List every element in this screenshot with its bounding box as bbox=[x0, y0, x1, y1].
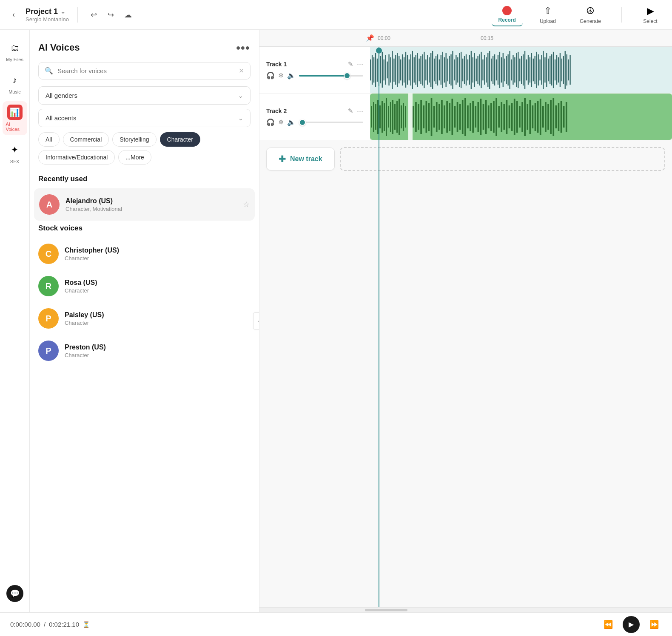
voice-info-paisley: Paisley (US) Character bbox=[65, 311, 251, 326]
sidebar-item-sfx[interactable]: ✦ SFX bbox=[3, 139, 27, 168]
voice-item-alejandro[interactable]: A Alejandro (US) Character, Motivational… bbox=[34, 188, 255, 221]
favorite-alejandro-button[interactable]: ☆ bbox=[243, 200, 250, 209]
tag-character[interactable]: Character bbox=[160, 132, 200, 147]
svg-rect-85 bbox=[513, 55, 513, 85]
new-track-button[interactable]: ✚ New track bbox=[266, 148, 335, 170]
select-button[interactable]: ▶ Select bbox=[635, 3, 665, 27]
svg-rect-170 bbox=[498, 106, 500, 128]
svg-rect-97 bbox=[533, 59, 534, 82]
svg-rect-56 bbox=[464, 56, 465, 84]
tag-all[interactable]: All bbox=[38, 132, 60, 147]
upload-icon: ⇧ bbox=[544, 6, 552, 17]
svg-rect-177 bbox=[516, 101, 518, 133]
voice-item-rosa[interactable]: R Rosa (US) Character bbox=[30, 270, 259, 302]
track-2-waveform[interactable] bbox=[370, 94, 672, 140]
track-2-volume-slider[interactable] bbox=[299, 122, 363, 123]
playhead[interactable] bbox=[379, 47, 379, 607]
track-2-snowflake-icon[interactable]: ❄ bbox=[278, 118, 284, 126]
svg-rect-11 bbox=[388, 54, 389, 85]
track-2-volume-icon[interactable]: 🔈 bbox=[287, 118, 296, 126]
svg-rect-87 bbox=[516, 53, 517, 87]
svg-rect-148 bbox=[441, 100, 443, 134]
redo-button[interactable]: ↪ bbox=[103, 7, 119, 23]
sidebar-item-ai-voices[interactable]: 📊 AI Voices bbox=[3, 101, 27, 135]
tags-section: All Commercial Storytelling Character In… bbox=[30, 132, 259, 171]
voice-item-paisley[interactable]: P Paisley (US) Character bbox=[30, 302, 259, 335]
voice-item-christopher[interactable]: C Christopher (US) Character bbox=[30, 238, 259, 270]
project-chevron-icon: ⌄ bbox=[60, 8, 65, 15]
svg-rect-7 bbox=[382, 52, 383, 88]
sidebar-item-my-files[interactable]: 🗂 My Files bbox=[3, 37, 27, 65]
sidebar-item-music[interactable]: ♪ Music bbox=[3, 69, 27, 98]
svg-rect-12 bbox=[390, 57, 391, 82]
chat-button[interactable]: 💬 bbox=[6, 585, 23, 602]
svg-rect-118 bbox=[568, 60, 569, 81]
tag-more[interactable]: ...More bbox=[118, 150, 151, 165]
voice-item-preston[interactable]: P Preston (US) Character bbox=[30, 335, 259, 367]
svg-rect-67 bbox=[482, 60, 483, 81]
svg-rect-193 bbox=[558, 103, 560, 131]
svg-rect-60 bbox=[471, 51, 472, 89]
gender-filter[interactable]: All genders ⌄ bbox=[38, 86, 251, 105]
track-2-more-icon[interactable]: ⋯ bbox=[357, 107, 363, 115]
undo-button[interactable]: ↩ bbox=[86, 7, 102, 23]
track-1-headphone-icon[interactable]: 🎧 bbox=[266, 71, 275, 80]
clock-icon[interactable]: ⏳ bbox=[83, 621, 90, 628]
tag-storytelling[interactable]: Storytelling bbox=[112, 132, 156, 147]
voice-avatar-paisley: P bbox=[38, 308, 59, 329]
track-1-volume-slider[interactable] bbox=[299, 75, 363, 77]
track-2-edit-icon[interactable]: ✎ bbox=[348, 107, 353, 115]
project-name[interactable]: Project 1 ⌄ bbox=[26, 7, 69, 16]
cloud-save-button[interactable]: ☁ bbox=[120, 7, 136, 23]
track-1-volume-icon[interactable]: 🔈 bbox=[287, 71, 296, 80]
track-1-edit-icon[interactable]: ✎ bbox=[348, 60, 353, 68]
record-button[interactable]: Record bbox=[492, 3, 523, 26]
svg-rect-125 bbox=[382, 101, 383, 133]
svg-rect-94 bbox=[528, 55, 529, 85]
svg-rect-47 bbox=[449, 56, 450, 84]
track-1-snowflake-icon[interactable]: ❄ bbox=[278, 71, 284, 80]
clear-search-icon[interactable]: ✕ bbox=[239, 67, 244, 75]
svg-rect-120 bbox=[371, 106, 372, 128]
tag-informative[interactable]: Informative/Educational bbox=[38, 150, 115, 165]
svg-rect-161 bbox=[475, 106, 476, 128]
track-2-controls: Track 2 ✎ ⋯ 🎧 ❄ 🔈 bbox=[259, 102, 370, 131]
generate-button[interactable]: ☮ Generate bbox=[573, 3, 608, 27]
timeline-scrollbar[interactable] bbox=[259, 607, 672, 612]
svg-rect-41 bbox=[439, 60, 440, 81]
track-2-name: Track 2 bbox=[266, 108, 287, 114]
svg-rect-96 bbox=[531, 53, 532, 87]
track-1-more-icon[interactable]: ⋯ bbox=[357, 60, 363, 68]
fast-forward-button[interactable]: ⏩ bbox=[646, 617, 662, 632]
svg-rect-64 bbox=[477, 56, 478, 84]
svg-rect-19 bbox=[402, 54, 403, 85]
svg-rect-160 bbox=[472, 101, 474, 133]
svg-rect-13 bbox=[392, 51, 393, 89]
accent-filter[interactable]: All accents ⌄ bbox=[38, 109, 251, 127]
svg-rect-140 bbox=[420, 100, 422, 134]
svg-rect-31 bbox=[422, 54, 423, 85]
upload-button[interactable]: ⇧ Upload bbox=[533, 3, 563, 27]
play-button[interactable]: ▶ bbox=[623, 616, 640, 633]
time-display: 0:00:00.00 / 0:02:21.10 ⏳ bbox=[10, 621, 90, 628]
rewind-button[interactable]: ⏪ bbox=[601, 617, 616, 632]
svg-rect-62 bbox=[474, 53, 475, 87]
collapse-panel-button[interactable]: ‹ bbox=[253, 312, 259, 329]
scrollbar-thumb[interactable] bbox=[365, 609, 407, 611]
back-button[interactable]: ‹ bbox=[7, 8, 20, 22]
svg-rect-0 bbox=[370, 60, 371, 81]
tag-commercial[interactable]: Commercial bbox=[63, 132, 109, 147]
search-input[interactable] bbox=[57, 67, 234, 74]
svg-rect-101 bbox=[539, 60, 540, 81]
timeline-area: 📌 00:00 00:15 Track 1 ✎ ⋯ bbox=[259, 30, 672, 612]
track-2-headphone-icon[interactable]: 🎧 bbox=[266, 118, 275, 126]
svg-rect-24 bbox=[410, 54, 411, 85]
panel-search-button[interactable]: ●●● bbox=[235, 40, 251, 55]
svg-rect-54 bbox=[461, 52, 461, 88]
svg-rect-195 bbox=[563, 106, 565, 128]
svg-rect-43 bbox=[442, 52, 443, 88]
svg-rect-116 bbox=[565, 51, 566, 89]
svg-rect-18 bbox=[400, 60, 401, 81]
track-1-waveform[interactable] bbox=[370, 47, 672, 93]
filter-section: All genders ⌄ All accents ⌄ bbox=[30, 86, 259, 132]
